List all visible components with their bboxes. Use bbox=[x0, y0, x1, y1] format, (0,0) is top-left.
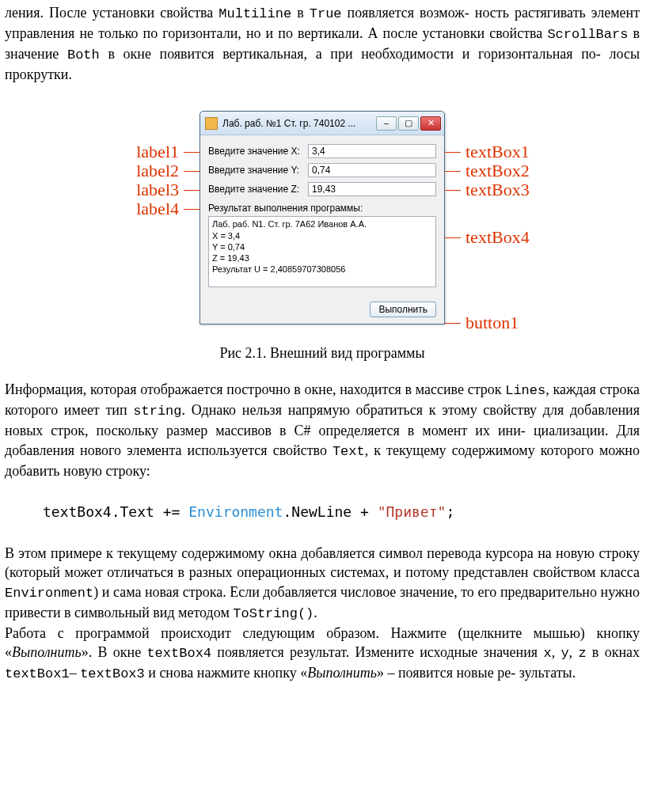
label-result: Результат выполнения программы: bbox=[208, 199, 436, 216]
textbox-z[interactable] bbox=[308, 182, 436, 196]
label-y: Введите значение Y: bbox=[208, 164, 308, 176]
code-sample: textBox4.Text += Environment.NewLine + "… bbox=[5, 495, 640, 529]
annotation-textbox3: textBox3 bbox=[466, 178, 530, 202]
app-window: Лаб. раб. №1 Ст. гр. 740102 ... – ▢ ✕ Вв… bbox=[200, 111, 445, 324]
titlebar: Лаб. раб. №1 Ст. гр. 740102 ... – ▢ ✕ bbox=[200, 112, 444, 135]
textbox-x[interactable] bbox=[308, 144, 436, 158]
paragraph-1: ления. После установки свойства Multilin… bbox=[5, 3, 640, 84]
maximize-button[interactable]: ▢ bbox=[398, 116, 419, 131]
annotation-textbox4: textBox4 bbox=[466, 226, 530, 249]
left-annotations: label1 label2 label3 label4 bbox=[100, 111, 200, 218]
execute-button[interactable]: Выполнить bbox=[370, 302, 436, 317]
textbox-y[interactable] bbox=[308, 163, 436, 177]
textbox-result[interactable] bbox=[208, 216, 436, 287]
window-title: Лаб. раб. №1 Ст. гр. 740102 ... bbox=[222, 117, 374, 130]
annotation-label4: label4 bbox=[136, 197, 179, 221]
paragraph-2: Информация, которая отображается построч… bbox=[5, 380, 640, 480]
app-icon bbox=[205, 117, 218, 130]
annotation-button1: button1 bbox=[466, 311, 519, 335]
right-annotations: textBox1 textBox2 textBox3 textBox4 butt… bbox=[445, 111, 545, 332]
paragraph-4: Работа с программой происходит следующим… bbox=[5, 624, 640, 684]
label-z: Введите значение Z: bbox=[208, 183, 308, 195]
label-x: Введите значение X: bbox=[208, 145, 308, 157]
paragraph-3: В этом примере к текущему содержимому ок… bbox=[5, 544, 640, 623]
figure-caption: Рис 2.1. Внешний вид программы bbox=[5, 343, 640, 362]
figure-2-1: label1 label2 label3 label4 Лаб. раб. №1… bbox=[5, 111, 640, 332]
minimize-button[interactable]: – bbox=[376, 116, 397, 131]
close-button[interactable]: ✕ bbox=[420, 116, 441, 131]
